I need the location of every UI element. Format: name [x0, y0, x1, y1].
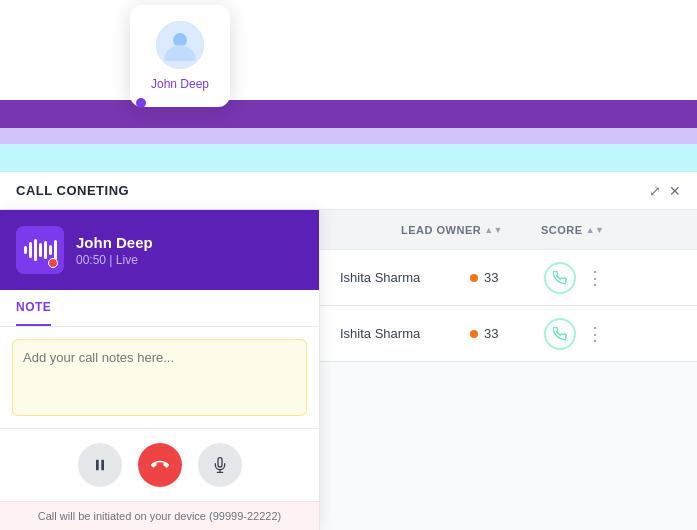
- phone-button[interactable]: [544, 318, 576, 350]
- svg-rect-3: [96, 460, 99, 471]
- header-actions: ⤢ ✕: [649, 183, 681, 199]
- bg-cyan-bar: [0, 144, 697, 172]
- call-device-note: Call will be initiated on your device (9…: [0, 501, 319, 530]
- waveform-bar: [24, 246, 27, 254]
- expand-icon[interactable]: ⤢: [649, 183, 661, 199]
- score-sort-icon[interactable]: ▲▼: [586, 225, 605, 235]
- score-dot: [470, 330, 478, 338]
- call-controls: [0, 428, 319, 501]
- call-name: John Deep: [76, 234, 153, 251]
- note-tab-label[interactable]: NOTE: [16, 290, 51, 326]
- th-lead-owner: LEAD OWNER ▲▼: [401, 224, 531, 236]
- score-dot: [470, 274, 478, 282]
- header-bar: CALL CONETING ⤢ ✕: [0, 172, 697, 210]
- svg-point-1: [173, 33, 187, 47]
- waveform-bar: [29, 242, 32, 258]
- avatar: [156, 21, 204, 69]
- profile-popup: John Deep: [130, 5, 230, 107]
- score-cell: 33: [470, 326, 540, 341]
- waveform-bar: [34, 239, 37, 261]
- more-button[interactable]: ⋮: [580, 267, 610, 289]
- connector-dot: [136, 98, 146, 108]
- note-area: [12, 339, 307, 416]
- mute-button[interactable]: [198, 443, 242, 487]
- close-icon[interactable]: ✕: [669, 183, 681, 199]
- call-panel: John Deep 00:50 | Live NOTE: [0, 210, 320, 530]
- call-header: John Deep 00:50 | Live: [0, 210, 319, 290]
- call-timer: 00:50 | Live: [76, 253, 153, 267]
- call-coneting-title: CALL CONETING: [16, 183, 649, 198]
- svg-rect-4: [101, 460, 104, 471]
- more-button[interactable]: ⋮: [580, 323, 610, 345]
- note-tab: NOTE: [0, 290, 319, 327]
- bg-blue-bar: [0, 128, 697, 144]
- note-textarea[interactable]: [23, 350, 296, 405]
- profile-name: John Deep: [151, 77, 209, 91]
- end-call-button[interactable]: [138, 443, 182, 487]
- lead-owner-sort-icon[interactable]: ▲▼: [484, 225, 503, 235]
- lead-owner-cell: Ishita Sharma: [340, 326, 470, 341]
- recording-dot: [48, 258, 58, 268]
- lead-owner-cell: Ishita Sharma: [340, 270, 470, 285]
- bg-purple-bar: [0, 100, 697, 128]
- waveform-bar: [49, 245, 52, 255]
- call-info: John Deep 00:50 | Live: [76, 234, 153, 267]
- pause-button[interactable]: [78, 443, 122, 487]
- phone-button[interactable]: [544, 262, 576, 294]
- phone-cell: [540, 318, 580, 350]
- call-body: NOTE: [0, 290, 319, 428]
- waveform-bar: [39, 243, 42, 257]
- waveform-bar: [54, 240, 57, 260]
- svg-rect-2: [172, 49, 188, 61]
- phone-cell: [540, 262, 580, 294]
- waveform-icon: [16, 226, 64, 274]
- th-score: SCORE ▲▼: [531, 224, 611, 236]
- waveform-bar: [44, 241, 47, 259]
- score-cell: 33: [470, 270, 540, 285]
